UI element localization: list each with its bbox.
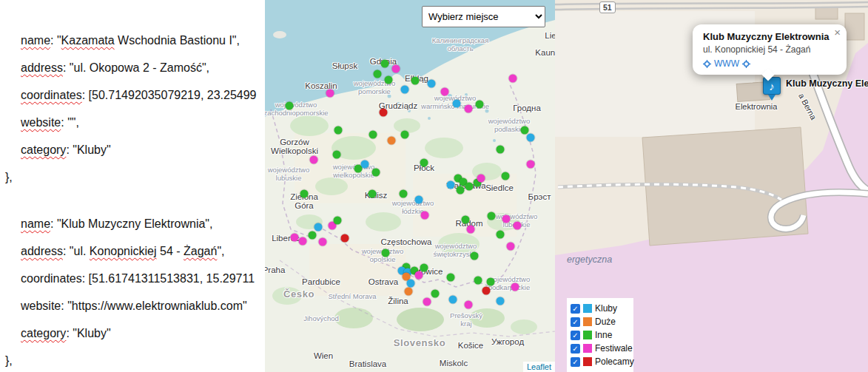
- map-marker-dot[interactable]: [423, 298, 431, 306]
- map-marker-dot[interactable]: [447, 181, 455, 189]
- code-line: name: "Klub Muzyczny Elektrownia",: [0, 210, 265, 237]
- map-marker-dot[interactable]: [319, 238, 327, 246]
- legend-checkbox-inne[interactable]: ✓: [571, 331, 580, 340]
- map-marker-dot[interactable]: [476, 101, 484, 109]
- legend-checkbox-kluby[interactable]: ✓: [571, 304, 580, 314]
- map-marker-dot[interactable]: [514, 222, 522, 230]
- legend-checkbox-duże[interactable]: ✓: [571, 317, 580, 327]
- map-marker-dot[interactable]: [420, 264, 428, 272]
- club-marker[interactable]: ♪: [763, 77, 781, 101]
- map-marker-dot[interactable]: [369, 131, 377, 139]
- misspelled-word: Konopnickiej: [90, 245, 157, 257]
- legend-checkbox-polecamy[interactable]: ✓: [571, 357, 580, 367]
- poland-map[interactable]: SłupskGdyniaElblągKoszalinGrudziądzГродн…: [265, 0, 555, 372]
- map-marker-dot[interactable]: [382, 249, 390, 257]
- map-marker-dot[interactable]: [477, 175, 485, 183]
- map-marker-dot[interactable]: [507, 243, 515, 251]
- map-marker-dot[interactable]: [521, 126, 529, 135]
- code-line: website: "",: [0, 109, 265, 136]
- map-marker-dot[interactable]: [380, 109, 388, 117]
- map-marker-dot[interactable]: [372, 169, 380, 177]
- map-marker-dot[interactable]: [333, 151, 341, 159]
- popup-close-icon[interactable]: ×: [834, 26, 841, 39]
- map-marker-dot[interactable]: [509, 75, 517, 83]
- map-marker-dot[interactable]: [374, 70, 382, 78]
- music-note-icon[interactable]: ♪: [763, 77, 781, 95]
- legend-row: ✓Festiwale: [571, 342, 630, 355]
- map-marker-dot[interactable]: [369, 190, 377, 198]
- map-marker-dot[interactable]: [392, 65, 400, 73]
- map-marker-dot[interactable]: [401, 131, 409, 139]
- map-marker-dot[interactable]: [381, 60, 389, 68]
- map-marker-dot[interactable]: [441, 88, 449, 96]
- map-marker-dot[interactable]: [291, 234, 299, 242]
- map-label: Koszalin: [305, 81, 337, 90]
- map-marker-dot[interactable]: [457, 186, 465, 195]
- map-marker-dot[interactable]: [415, 271, 423, 280]
- map-marker-dot[interactable]: [474, 277, 482, 285]
- map-marker-dot[interactable]: [415, 196, 423, 204]
- map-marker-dot[interactable]: [471, 252, 479, 260]
- map-marker-dot[interactable]: [361, 160, 369, 169]
- map-marker-dot[interactable]: [497, 297, 505, 305]
- map-marker-dot[interactable]: [388, 137, 396, 145]
- map-marker-dot[interactable]: [527, 160, 535, 169]
- map-marker-dot[interactable]: [527, 134, 535, 142]
- map-marker-dot[interactable]: [400, 190, 408, 198]
- map-marker-dot[interactable]: [487, 278, 495, 286]
- map-marker-dot[interactable]: [411, 77, 420, 85]
- map-marker-dot[interactable]: [385, 76, 393, 84]
- legend-row: ✓Polecamy: [571, 355, 630, 368]
- map-marker-dot[interactable]: [482, 287, 491, 295]
- map-marker-dot[interactable]: [465, 183, 474, 191]
- map-marker-dot[interactable]: [502, 172, 510, 180]
- map-label: województwo podkarpackie: [488, 275, 531, 291]
- map-marker-dot[interactable]: [511, 283, 519, 291]
- map-marker-dot[interactable]: [447, 274, 455, 282]
- www-link[interactable]: WWW: [714, 58, 739, 69]
- map-marker-dot[interactable]: [502, 215, 511, 223]
- map-marker-dot[interactable]: [334, 217, 342, 225]
- map-marker-dot[interactable]: [465, 301, 473, 309]
- detail-map[interactable]: 51 a Berna ergetyczna ♪ Klub Muzyczny El…: [555, 0, 868, 372]
- map-marker-dot[interactable]: [341, 234, 349, 243]
- map-marker-dot[interactable]: [453, 100, 461, 108]
- map-marker-dot[interactable]: [467, 226, 475, 234]
- map-marker-dot[interactable]: [401, 86, 409, 94]
- map-marker-dot[interactable]: [497, 231, 505, 239]
- map-marker-dot[interactable]: [314, 223, 323, 231]
- code-line: category: "Kluby": [0, 319, 265, 347]
- map-marker-dot[interactable]: [299, 237, 307, 246]
- app-window: name: "Kazamata Wschodnia Bastionu I",ad…: [0, 0, 868, 372]
- map-label: Bratislava: [349, 359, 387, 368]
- map-marker-dot[interactable]: [326, 89, 334, 98]
- map-marker-dot[interactable]: [420, 159, 428, 167]
- map-label: Lie: [545, 31, 555, 40]
- map-marker-dot[interactable]: [497, 146, 505, 154]
- map-marker-dot[interactable]: [488, 212, 496, 220]
- code-text: website: "https://www.elektrowniaklub.co…: [21, 300, 247, 312]
- map-marker-dot[interactable]: [428, 80, 436, 88]
- map-marker-dot[interactable]: [300, 190, 309, 198]
- map-marker-dot[interactable]: [462, 216, 470, 224]
- place-select[interactable]: Wybierz miejsce: [422, 6, 545, 27]
- map-marker-dot[interactable]: [431, 290, 440, 298]
- misspelled-word: website: [21, 116, 61, 129]
- misspelled-word: category: [21, 327, 66, 339]
- map-marker-dot[interactable]: [421, 212, 429, 220]
- map-marker-dot[interactable]: [407, 280, 415, 288]
- code-block: name: "Klub Muzyczny Elektrownia",addres…: [0, 210, 265, 372]
- map-marker-dot[interactable]: [286, 102, 294, 110]
- map-marker-dot[interactable]: [405, 288, 413, 296]
- code-text: 54 -: [157, 245, 184, 257]
- map-marker-dot[interactable]: [449, 296, 457, 304]
- leaflet-link[interactable]: Leaflet: [527, 362, 551, 371]
- legend-checkbox-festiwale[interactable]: ✓: [571, 344, 580, 354]
- map-marker-dot[interactable]: [334, 126, 343, 135]
- map-marker-dot[interactable]: [310, 156, 318, 164]
- misspelled-word: Żagań: [184, 245, 217, 257]
- map-marker-dot[interactable]: [309, 231, 317, 240]
- legend-row: ✓Inne: [571, 328, 630, 342]
- code-text: : "ul.: [63, 245, 90, 257]
- map-marker-dot[interactable]: [465, 105, 473, 113]
